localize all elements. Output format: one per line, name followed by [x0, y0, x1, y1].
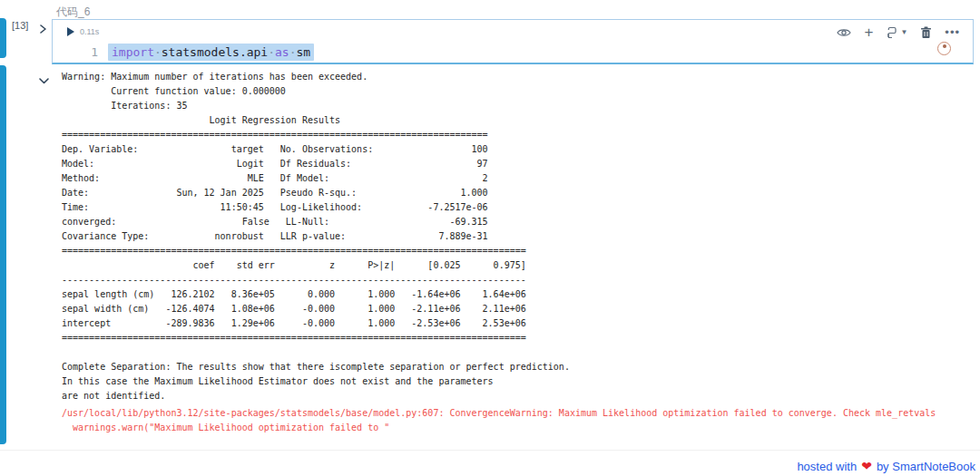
dropdown-caret-icon[interactable]: ▼	[900, 28, 907, 36]
notebook-page: [13] 代码_6 0.11s + ▼ •	[0, 0, 980, 476]
footer-branding[interactable]: hosted with ❤ by SmartNoteBook	[797, 459, 975, 473]
output-gutter-bar[interactable]	[0, 65, 6, 444]
code-token: import	[112, 45, 154, 59]
cell-runtime: 0.11s	[80, 27, 99, 36]
cell-gutter-bar[interactable]	[0, 18, 6, 58]
chevron-right-icon[interactable]	[38, 21, 47, 37]
whitespace-dot	[268, 45, 275, 59]
cell-output-text: Warning: Maximum number of iterations ha…	[62, 70, 570, 403]
visibility-icon[interactable]	[837, 27, 851, 38]
run-cell-icon[interactable]	[67, 27, 74, 36]
cell-toolbar: + ▼ •••	[837, 25, 960, 39]
execution-count: [13]	[12, 20, 28, 31]
cell-output-stderr: /usr/local/lib/python3.12/site-packages/…	[62, 406, 936, 435]
more-options-icon[interactable]: •••	[945, 25, 960, 39]
line-number: 1	[85, 45, 98, 59]
footer-text-prefix: hosted with	[797, 460, 857, 473]
python-env-icon[interactable]: ▼	[886, 26, 907, 39]
code-text-selected[interactable]: importstatsmodels.apiassm	[108, 44, 314, 61]
heart-icon: ❤	[861, 459, 872, 473]
footer-divider	[0, 450, 980, 451]
cell-title: 代码_6	[56, 5, 90, 20]
code-token: sm	[297, 45, 311, 59]
code-token: statsmodels.api	[162, 45, 268, 59]
code-token: as	[275, 45, 289, 59]
add-cell-icon[interactable]: +	[864, 26, 873, 39]
code-cell[interactable]: 0.11s + ▼ ••• 1 importstatsmo	[52, 19, 974, 64]
footer-text-suffix: by SmartNoteBook	[877, 460, 975, 473]
code-editor-line[interactable]: 1 importstatsmodels.apiassm	[53, 44, 973, 62]
whitespace-dot	[154, 45, 162, 59]
chevron-down-icon[interactable]	[39, 72, 49, 88]
delete-icon[interactable]	[920, 26, 932, 39]
whitespace-dot	[289, 45, 297, 59]
